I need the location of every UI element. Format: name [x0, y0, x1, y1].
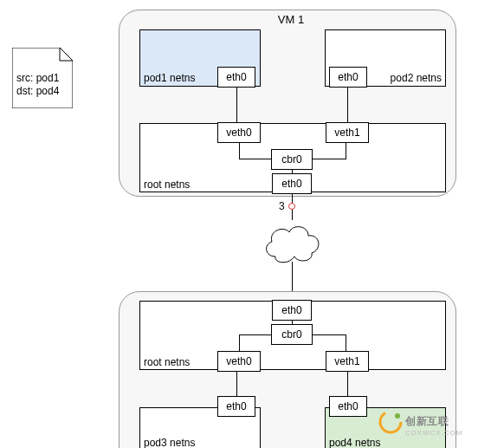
vm1-pod2-label: pod2 netns: [391, 72, 442, 84]
line: [292, 320, 293, 324]
marker-3-dot: [288, 203, 295, 210]
line: [292, 169, 293, 173]
line: [346, 142, 346, 159]
vm2-pod3-label: pod3 netns: [144, 437, 195, 448]
vm2-pod4-eth0: eth0: [329, 396, 367, 417]
watermark-url: CDXWCX.COM: [405, 429, 462, 437]
line: [239, 334, 240, 351]
line: [239, 142, 240, 159]
line: [346, 334, 346, 351]
vm1-title: VM 1: [274, 13, 308, 26]
vm2-pod4-label: pod4 netns: [329, 437, 380, 448]
vm2-cbr0: cbr0: [271, 324, 313, 345]
vm1-pod1-label: pod1 netns: [144, 72, 195, 84]
line: [236, 371, 237, 396]
vm1-pod2-eth0: eth0: [329, 67, 367, 88]
vm2-veth1: veth1: [326, 351, 369, 372]
packet-src: src: pod1: [16, 72, 59, 84]
vm1-cbr0: cbr0: [271, 149, 313, 170]
vm2-root-eth0: eth0: [272, 300, 312, 321]
vm2-pod3-eth0: eth0: [217, 396, 255, 417]
svg-point-1: [395, 413, 400, 419]
watermark-brand: 创新互联: [405, 415, 449, 427]
line: [313, 159, 346, 159]
cloud-icon: [260, 218, 324, 263]
packet-dst: dst: pod4: [16, 85, 59, 97]
vm2-root-label: root netns: [144, 356, 190, 368]
marker-3-label: 3: [279, 200, 285, 212]
line: [236, 87, 237, 122]
vm1-veth1: veth1: [326, 122, 369, 143]
line: [239, 159, 271, 159]
watermark-icon: [378, 409, 404, 438]
vm1-veth0: veth0: [217, 122, 261, 143]
line: [313, 334, 346, 335]
vm1-pod1-eth0: eth0: [217, 67, 255, 88]
vm2-veth0: veth0: [217, 351, 261, 372]
line: [239, 334, 271, 335]
vm1-root-label: root netns: [144, 179, 190, 191]
watermark-text: 创新互联 CDXWCX.COM: [405, 414, 462, 437]
line: [347, 87, 348, 122]
packet-note: src: pod1 dst: pod4: [12, 48, 73, 108]
line: [347, 371, 348, 396]
vm1-root-eth0: eth0: [272, 173, 312, 194]
